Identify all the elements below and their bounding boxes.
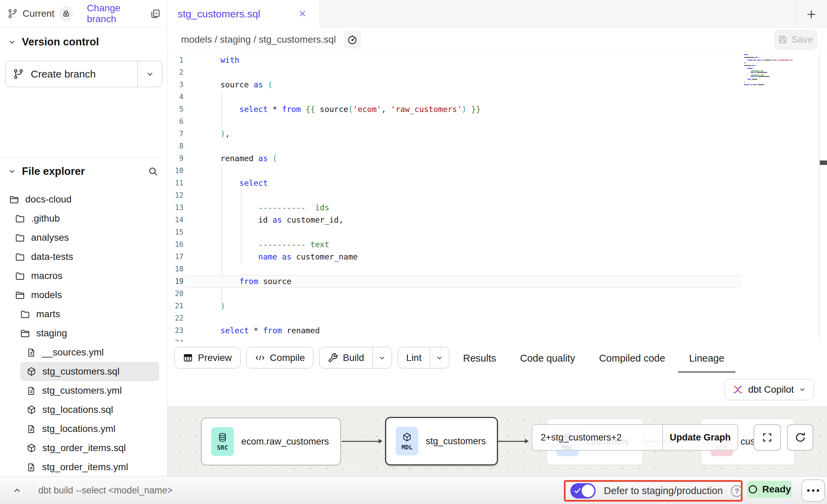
close-icon[interactable]: ✕ — [299, 8, 307, 19]
code-line-9[interactable]: 9renamed as ( — [167, 152, 827, 165]
defer-toggle[interactable] — [570, 483, 596, 499]
code-line-18[interactable]: 18 — [167, 263, 827, 275]
create-branch-label: Create branch — [31, 68, 96, 80]
code-editor[interactable]: 1with23source as (45 select * from {{ so… — [167, 51, 827, 341]
tree-item--sources-yml[interactable]: __sources.yml — [0, 343, 164, 362]
code-line-10[interactable]: 10 — [167, 165, 827, 177]
code-line-2[interactable]: 2 — [167, 66, 827, 79]
help-icon[interactable]: ? — [731, 485, 743, 497]
code-line-1[interactable]: 1with — [167, 54, 827, 66]
tab-results[interactable]: Results — [463, 343, 496, 374]
tree-item-macros[interactable]: macros — [0, 266, 164, 285]
tree-item-stg-locations-yml[interactable]: stg_locations.yml — [0, 419, 164, 438]
tab-code-quality[interactable]: Code quality — [520, 343, 575, 374]
divider — [441, 344, 441, 374]
preview-button[interactable]: Preview — [174, 347, 241, 368]
code-line-7[interactable]: 7), — [167, 128, 827, 140]
file-explorer-header[interactable]: File explorer — [0, 161, 167, 182]
line-number: 1 — [167, 56, 202, 64]
tree-item-stg-locations-sql[interactable]: stg_locations.sql — [0, 400, 164, 419]
refresh-button[interactable] — [787, 424, 813, 451]
code-line-4[interactable]: 4 — [167, 91, 827, 103]
code-line-6[interactable]: 6 — [167, 115, 827, 128]
node-label: ecom.raw_customers — [241, 436, 329, 447]
copilot-compass-chip[interactable] — [343, 31, 361, 48]
code-line-13[interactable]: 13 ---------- ids — [167, 201, 827, 214]
model-icon — [26, 405, 37, 415]
tree-item-stg-order-items-yml[interactable]: stg_order_items.yml — [0, 458, 164, 477]
folder-open-icon — [15, 290, 25, 300]
chevron-up-icon — [12, 486, 22, 495]
line-content: ---------- text — [220, 240, 329, 249]
new-tab-button[interactable] — [804, 7, 819, 22]
build-main[interactable]: Build — [320, 347, 372, 368]
code-line-16[interactable]: 16 ---------- text — [167, 238, 827, 251]
lint-button[interactable]: Lint — [398, 347, 449, 368]
line-number: 4 — [167, 93, 202, 101]
database-icon — [217, 432, 228, 443]
save-label: Save — [791, 34, 813, 45]
save-icon — [778, 35, 787, 44]
code-line-24[interactable]: 24 — [167, 337, 827, 341]
command-input[interactable]: dbt build --select <model_name> — [38, 477, 173, 504]
change-branch-link[interactable]: Change branch — [87, 3, 145, 25]
version-control-header[interactable]: Version control — [0, 33, 167, 51]
scrollbar-thumb[interactable] — [820, 160, 827, 165]
code-line-22[interactable]: 22 — [167, 312, 827, 324]
code-line-21[interactable]: 21) — [167, 300, 827, 312]
code-line-17[interactable]: 17 name as customer_name — [167, 251, 827, 263]
lineage-node-source[interactable]: SRC ecom.raw_customers — [201, 418, 341, 465]
search-icon[interactable] — [148, 166, 158, 177]
lineage-selector-input[interactable]: 2+stg_customers+2 — [532, 425, 662, 450]
code-line-8[interactable]: 8 — [167, 140, 827, 152]
update-graph-button[interactable]: Update Graph — [662, 425, 737, 450]
more-options-button[interactable] — [801, 479, 825, 502]
code-line-23[interactable]: 23select * from renamed — [167, 324, 827, 337]
tree-item-stg-customers-yml[interactable]: stg_customers.yml — [0, 381, 164, 400]
minimap[interactable] — [744, 54, 795, 85]
tab-compiled-code[interactable]: Compiled code — [599, 343, 665, 374]
tree-item-stg-order-items-sql[interactable]: stg_order_items.sql — [0, 438, 164, 458]
tree-item--github[interactable]: .github — [0, 209, 164, 228]
tab-stg-customers-sql[interactable]: stg_customers.sql ✕ — [167, 0, 320, 28]
file-icon — [26, 348, 36, 358]
compile-button[interactable]: Compile — [246, 347, 314, 368]
code-line-14[interactable]: 14 id as customer_id, — [167, 214, 827, 226]
code-line-15[interactable]: 15 — [167, 226, 827, 238]
tree-item-docs-cloud[interactable]: docs-cloud — [0, 190, 164, 209]
save-button[interactable]: Save — [774, 30, 817, 50]
tree-item-staging[interactable]: staging — [0, 324, 164, 343]
tree-item-marts[interactable]: marts — [0, 305, 164, 324]
results-tabs: Results Code quality Compiled code Linea… — [463, 341, 724, 375]
copy-icon[interactable] — [150, 8, 161, 19]
create-branch-main[interactable]: Create branch — [5, 61, 137, 87]
code-line-12[interactable]: 12 — [167, 189, 827, 201]
code-line-11[interactable]: 11 select — [167, 177, 827, 189]
code-line-5[interactable]: 5 select * from {{ source('ecom', 'raw_c… — [167, 103, 827, 115]
lint-main[interactable]: Lint — [398, 347, 430, 368]
tab-lineage[interactable]: Lineage — [689, 343, 724, 374]
tree-item-models[interactable]: models — [0, 285, 164, 305]
line-number: 19 — [167, 277, 202, 285]
collapse-panel-button[interactable] — [0, 477, 34, 504]
code-line-20[interactable]: 20 — [167, 288, 827, 300]
tree-item-stg-customers-sql[interactable]: stg_customers.sql — [20, 362, 159, 381]
tree-item-label: analyses — [31, 232, 69, 243]
build-button[interactable]: Build — [319, 347, 392, 368]
lint-dropdown[interactable] — [430, 347, 449, 368]
tree-item-label: marts — [36, 309, 60, 320]
lineage-node-stg-customers[interactable]: MDL stg_customers — [385, 417, 498, 465]
code-line-19[interactable]: 19 from source — [167, 275, 827, 288]
tree-item-data-tests[interactable]: data-tests — [0, 247, 164, 266]
lineage-panel[interactable]: MDL customers SEM cus — [167, 406, 827, 476]
build-dropdown[interactable] — [372, 347, 392, 368]
line-number: 9 — [167, 154, 202, 163]
code-line-3[interactable]: 3source as ( — [167, 79, 827, 91]
dbt-copilot-button[interactable]: dbt Copilot — [724, 379, 814, 400]
create-branch-dropdown[interactable] — [137, 61, 162, 87]
line-number: 7 — [167, 130, 202, 138]
fullscreen-button[interactable] — [754, 424, 781, 451]
line-number: 6 — [167, 117, 202, 126]
tree-item-analyses[interactable]: analyses — [0, 228, 164, 247]
create-branch-button[interactable]: Create branch — [5, 61, 162, 87]
